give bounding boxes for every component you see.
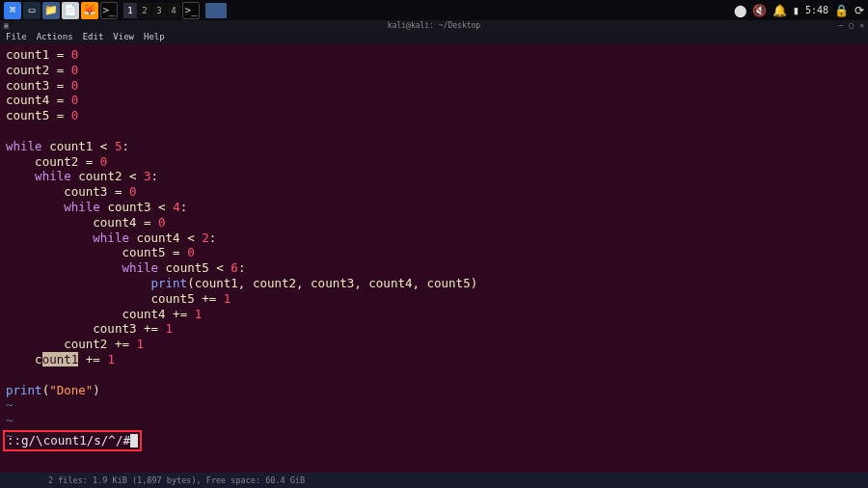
code-line: count1 = 0 (6, 47, 862, 63)
terminal-editor[interactable]: count1 = 0count2 = 0count3 = 0count4 = 0… (0, 43, 868, 473)
window-app-icon: ▣ (4, 21, 9, 30)
code-line: count5 = 0 (6, 108, 862, 123)
running-terminal-icon[interactable]: >_ (182, 2, 200, 19)
code-line: print("Done") (6, 383, 862, 398)
screen-icon[interactable]: ▭ (23, 2, 41, 19)
close-icon[interactable]: ✕ (859, 21, 864, 30)
code-line: ~ (6, 413, 862, 428)
code-line (6, 367, 862, 383)
menu-help[interactable]: Help (144, 32, 165, 41)
code-line: count5 += 1 (6, 291, 862, 307)
source-code: count1 = 0count2 = 0count3 = 0count4 = 0… (6, 47, 862, 444)
vim-command-line[interactable]: ::g/\count1/s/^/# (3, 430, 142, 451)
code-line: count2 += 1 (6, 337, 862, 352)
code-line: while count1 < 5: (6, 139, 862, 154)
vim-command-text: ::g/\count1/s/^/# (7, 433, 130, 448)
code-line: while count3 < 4: (6, 200, 862, 215)
menu-actions[interactable]: Actions (37, 32, 73, 41)
maximize-icon[interactable]: ▢ (849, 21, 854, 30)
code-line: count4 = 0 (6, 215, 862, 230)
code-line (6, 123, 862, 139)
system-tray: ⬤ 🔇 🔔 ▮ 5:48 🔒 ⟳ (734, 4, 864, 17)
status-text: 2 files: 1.9 KiB (1,897 bytes), Free spa… (48, 475, 305, 485)
workspace-1[interactable]: 1 (123, 3, 137, 18)
code-line: print(count1, count2, count3, count4, co… (6, 276, 862, 291)
workspace-switcher: 1 2 3 4 (123, 3, 180, 18)
terminal-icon[interactable]: >_ (100, 2, 118, 19)
statusbar: 2 files: 1.9 KiB (1,897 bytes), Free spa… (0, 473, 868, 488)
battery-icon: ▮ (793, 4, 800, 17)
window-titlebar: ▣ kali@kali: ~/Desktop — ▢ ✕ (0, 20, 868, 30)
lock-icon[interactable]: 🔒 (834, 4, 849, 17)
code-line: count3 = 0 (6, 184, 862, 200)
menu-edit[interactable]: Edit (83, 32, 104, 41)
code-line: count2 = 0 (6, 154, 862, 170)
firefox-icon[interactable]: 🦊 (81, 2, 98, 19)
code-line: count3 += 1 (6, 321, 862, 337)
taskbar: ⌘ ▭ 📁 📄 🦊 >_ 1 2 3 4 >_ ⬤ 🔇 🔔 ▮ 5:48 🔒 ⟳ (0, 0, 868, 20)
editor-icon[interactable]: 📄 (62, 2, 79, 19)
menu-view[interactable]: View (113, 32, 134, 41)
notifications-icon[interactable]: 🔔 (773, 4, 787, 17)
workspace-2[interactable]: 2 (138, 3, 151, 18)
code-line: ~ (6, 397, 862, 413)
code-line: count4 = 0 (6, 93, 862, 108)
code-line: count3 = 0 (6, 78, 862, 94)
code-line: while count5 < 6: (6, 260, 862, 276)
workspace-3[interactable]: 3 (152, 3, 166, 18)
code-line: while count2 < 3: (6, 169, 862, 184)
window-title-text: kali@kali: ~/Desktop (388, 21, 480, 30)
minimize-icon[interactable]: — (839, 21, 844, 30)
menu-file[interactable]: File (6, 32, 27, 41)
clock[interactable]: 5:48 (805, 5, 828, 15)
file-manager-icon[interactable]: 📁 (42, 2, 60, 19)
code-line: count2 = 0 (6, 63, 862, 78)
running-app-icon[interactable] (205, 3, 227, 18)
power-icon[interactable]: ⟳ (854, 4, 864, 17)
menubar: File Actions Edit View Help (0, 30, 868, 43)
code-line: count5 = 0 (6, 245, 862, 260)
mute-icon[interactable]: 🔇 (752, 4, 767, 17)
cursor (130, 434, 138, 447)
code-line: while count4 < 2: (6, 230, 862, 246)
workspace-4[interactable]: 4 (167, 3, 180, 18)
kali-menu-icon[interactable]: ⌘ (4, 2, 21, 19)
code-line: count4 += 1 (6, 307, 862, 322)
record-icon[interactable]: ⬤ (734, 4, 746, 17)
code-line: count1 += 1 (6, 352, 862, 367)
